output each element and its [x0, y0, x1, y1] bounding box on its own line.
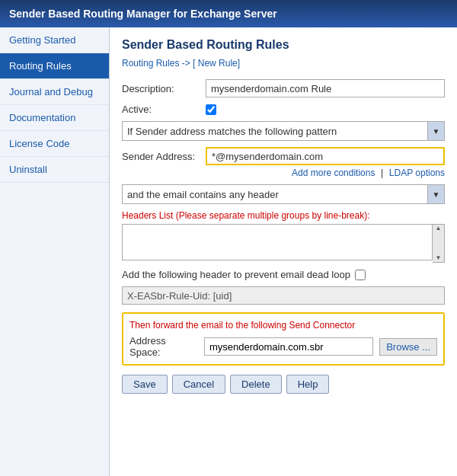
description-input[interactable] — [206, 79, 445, 97]
dead-loop-label: Add the following header to prevent emai… — [122, 269, 350, 280]
send-connector-label: Then forward the email to the following … — [129, 320, 437, 331]
dead-loop-row: Add the following header to prevent emai… — [122, 269, 445, 280]
sidebar-item-getting-started[interactable]: Getting Started — [0, 27, 109, 53]
description-row: Description: — [122, 79, 445, 97]
headers-list-label: Headers List (Please separate multiple g… — [122, 210, 445, 221]
email-header-dropdown-row: and the email contains any header ▼ — [122, 184, 445, 204]
active-row: Active: — [122, 104, 445, 115]
scroll-down-icon[interactable]: ▼ — [436, 255, 442, 261]
email-header-dropdown-arrow: ▼ — [428, 184, 445, 204]
sidebar-item-uninstall[interactable]: Uninstall — [0, 157, 109, 183]
sidebar-item-routing-rules[interactable]: Routing Rules — [0, 53, 109, 79]
send-connector-section: Then forward the email to the following … — [122, 312, 445, 366]
description-label: Description: — [122, 83, 206, 94]
sidebar-item-documentation[interactable]: Documentation — [0, 105, 109, 131]
dead-loop-input[interactable] — [122, 286, 445, 305]
breadcrumb: Routing Rules -> [ New Rule] — [122, 58, 445, 69]
help-button[interactable]: Help — [286, 375, 330, 394]
action-buttons: Save Cancel Delete Help — [122, 375, 445, 394]
main-layout: Getting Started Routing Rules Journal an… — [0, 27, 457, 476]
textarea-scrollbar[interactable]: ▲ ▼ — [433, 224, 445, 263]
address-space-row: Address Space: Browse ... — [129, 335, 437, 358]
address-space-label: Address Space: — [129, 335, 198, 358]
sidebar: Getting Started Routing Rules Journal an… — [0, 27, 110, 476]
headers-textarea[interactable] — [122, 224, 433, 260]
sender-address-row: Sender Address: — [122, 147, 445, 165]
link-separator: | — [381, 168, 383, 178]
add-more-conditions-link[interactable]: Add more conditions — [292, 168, 375, 178]
sidebar-item-journal-debug[interactable]: Journal and Debug — [0, 79, 109, 105]
condition-dropdown-arrow: ▼ — [428, 121, 445, 141]
page-title: Sender Based Routing Rules — [122, 38, 445, 52]
active-label: Active: — [122, 104, 206, 115]
condition-dropdown[interactable]: If Sender address matches the following … — [122, 121, 428, 141]
app-title: Sender Based Routing Manager for Exchang… — [9, 8, 277, 20]
email-header-dropdown[interactable]: and the email contains any header — [122, 184, 428, 204]
breadcrumb-text: Routing Rules -> [ New Rule] — [122, 58, 240, 69]
conditions-links-row: Add more conditions | LDAP options — [122, 167, 445, 178]
cancel-button[interactable]: Cancel — [172, 375, 225, 394]
main-content: Sender Based Routing Rules Routing Rules… — [110, 27, 457, 476]
sidebar-item-license-code[interactable]: License Code — [0, 131, 109, 157]
dead-loop-input-row — [122, 286, 445, 305]
condition-dropdown-wrapper: If Sender address matches the following … — [122, 121, 445, 141]
app-header: Sender Based Routing Manager for Exchang… — [0, 0, 457, 27]
sender-address-label: Sender Address: — [122, 151, 206, 162]
active-checkbox[interactable] — [206, 104, 216, 115]
dead-loop-checkbox[interactable] — [355, 270, 366, 280]
condition-dropdown-row: If Sender address matches the following … — [122, 121, 445, 141]
save-button[interactable]: Save — [122, 375, 168, 394]
delete-button[interactable]: Delete — [230, 375, 282, 394]
address-space-input[interactable] — [204, 337, 373, 356]
scroll-up-icon[interactable]: ▲ — [436, 225, 442, 232]
browse-button[interactable]: Browse ... — [379, 338, 437, 356]
sender-address-input[interactable] — [206, 147, 445, 165]
ldap-options-link[interactable]: LDAP options — [389, 168, 445, 178]
headers-textarea-wrapper: ▲ ▼ — [122, 224, 445, 263]
email-header-dropdown-wrapper: and the email contains any header ▼ — [122, 184, 445, 204]
